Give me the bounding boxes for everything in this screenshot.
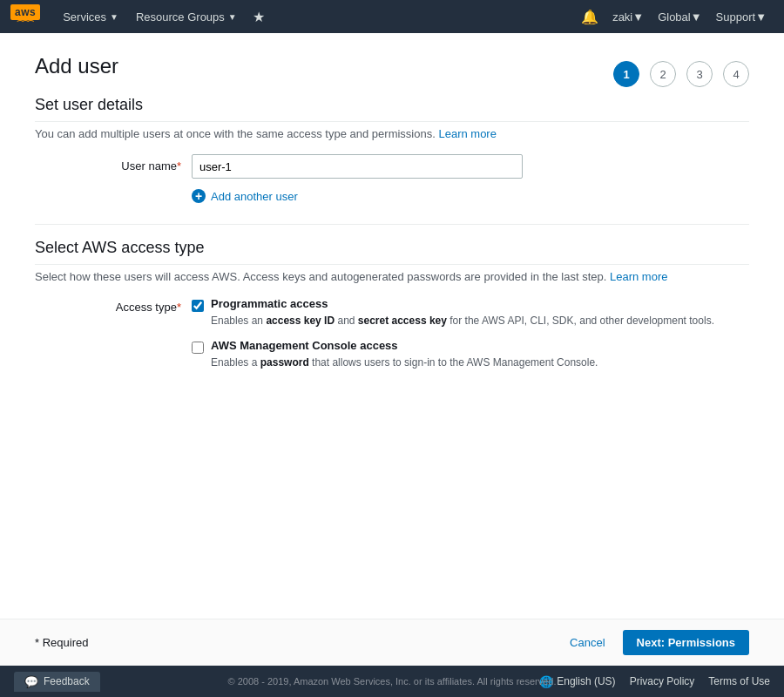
nav-right-section: 🔔 zaki ▼ Global ▼ Support ▼ xyxy=(574,0,774,33)
set-user-details-learn-more-link[interactable]: Learn more xyxy=(438,127,496,140)
add-another-user-button[interactable]: + Add another user xyxy=(192,189,749,203)
access-type-description: Select how these users will access AWS. … xyxy=(35,270,749,283)
user-name-label: User name* xyxy=(35,154,192,173)
access-type-row: Access type* Programmatic access Enables… xyxy=(35,297,749,381)
step-4-circle[interactable]: 4 xyxy=(723,61,749,87)
privacy-policy-link[interactable]: Privacy Policy xyxy=(630,675,695,687)
access-type-label: Access type* xyxy=(35,297,192,314)
step-2-circle[interactable]: 2 xyxy=(650,61,676,87)
feedback-button[interactable]: 💬 Feedback xyxy=(14,672,100,692)
required-note: * Required xyxy=(35,636,88,649)
programmatic-access-option: Programmatic access Enables an access ke… xyxy=(192,297,749,328)
next-permissions-button[interactable]: Next: Permissions xyxy=(623,630,749,655)
terms-of-use-link[interactable]: Terms of Use xyxy=(708,675,770,687)
footer-bar: * Required Cancel Next: Permissions xyxy=(0,619,784,666)
bookmarks-icon[interactable]: ★ xyxy=(246,9,272,25)
page-title: Add user xyxy=(35,54,118,78)
console-access-content: AWS Management Console access Enables a … xyxy=(211,339,749,370)
cancel-button[interactable]: Cancel xyxy=(559,631,615,654)
set-user-details-section: Set user details You can add multiple us… xyxy=(35,96,749,203)
user-name-input[interactable] xyxy=(192,154,523,179)
access-options: Programmatic access Enables an access ke… xyxy=(192,297,749,381)
access-type-required-star: * xyxy=(177,301,181,314)
section-divider xyxy=(35,224,749,225)
step-3-circle[interactable]: 3 xyxy=(686,61,713,87)
steps-indicator: 1 2 3 4 xyxy=(608,61,749,87)
access-type-learn-more-link[interactable]: Learn more xyxy=(610,270,667,283)
step-1-circle[interactable]: 1 xyxy=(613,61,639,87)
feedback-bubble-icon: 💬 xyxy=(24,675,38,688)
programmatic-access-desc: Enables an access key ID and secret acce… xyxy=(211,313,749,328)
console-access-checkbox[interactable] xyxy=(192,342,204,354)
access-type-title: Select AWS access type xyxy=(35,239,749,265)
resource-groups-chevron-icon: ▼ xyxy=(228,12,237,22)
aws-logo[interactable]: aws ⁀⁀⁀ xyxy=(10,4,40,29)
programmatic-access-checkbox[interactable] xyxy=(192,300,204,312)
console-access-option: AWS Management Console access Enables a … xyxy=(192,339,749,370)
required-star: * xyxy=(177,159,181,173)
page-header: Add user 1 2 3 4 xyxy=(35,54,749,96)
support-chevron-icon: ▼ xyxy=(755,10,767,24)
bottom-right-links: 🌐 English (US) Privacy Policy Terms of U… xyxy=(539,675,770,688)
console-access-desc: Enables a password that allows users to … xyxy=(211,355,749,370)
main-content: Add user 1 2 3 4 Set user details You ca… xyxy=(0,33,784,619)
top-navigation: aws ⁀⁀⁀ Services ▼ Resource Groups ▼ ★ 🔔… xyxy=(0,0,784,33)
set-user-details-title: Set user details xyxy=(35,96,749,122)
user-chevron-icon: ▼ xyxy=(632,10,644,24)
region-menu[interactable]: Global ▼ xyxy=(651,0,708,33)
add-user-plus-icon: + xyxy=(192,189,206,203)
resource-groups-menu[interactable]: Resource Groups ▼ xyxy=(127,0,246,33)
access-type-section: Select AWS access type Select how these … xyxy=(35,239,749,381)
notifications-icon[interactable]: 🔔 xyxy=(574,9,605,25)
user-menu[interactable]: zaki ▼ xyxy=(605,0,651,33)
console-access-title: AWS Management Console access xyxy=(211,339,749,352)
copyright-text: © 2008 - 2019, Amazon Web Services, Inc.… xyxy=(228,676,557,687)
services-chevron-icon: ▼ xyxy=(110,12,118,22)
support-menu[interactable]: Support ▼ xyxy=(709,0,774,33)
user-name-row: User name* xyxy=(35,154,749,179)
services-menu[interactable]: Services ▼ xyxy=(54,0,127,33)
set-user-details-description: You can add multiple users at once with … xyxy=(35,127,749,140)
region-chevron-icon: ▼ xyxy=(691,10,702,24)
programmatic-access-content: Programmatic access Enables an access ke… xyxy=(211,297,749,328)
aws-logo-text: aws xyxy=(10,4,40,20)
bottom-bar: 💬 Feedback © 2008 - 2019, Amazon Web Ser… xyxy=(0,666,784,697)
programmatic-access-title: Programmatic access xyxy=(211,297,749,310)
